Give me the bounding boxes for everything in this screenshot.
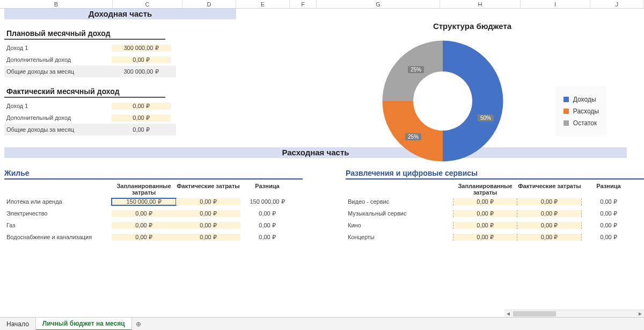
budget-structure-chart: Структура бюджета 50% 25% 25% ДоходыРасх… — [322, 21, 623, 177]
col-header-J[interactable]: J — [590, 0, 644, 8]
income-total-row: Общие доходы за месяц0,00 ₽ — [4, 124, 176, 135]
actual-cell[interactable]: 0,00 ₽ — [176, 198, 240, 205]
actual-cell[interactable]: 0,00 ₽ — [517, 222, 582, 229]
column-headers: BCDEFGHIJ — [0, 0, 644, 9]
col-diff: Разница — [582, 183, 635, 196]
chart-label-remainder: 25% — [408, 66, 424, 73]
col-actual: Фактические затраты — [176, 183, 240, 196]
col-planned: Запланированные затраты — [453, 183, 517, 196]
housing-title: Жилье — [4, 168, 303, 180]
row-label: Концерты — [346, 234, 453, 240]
income-value-cell[interactable]: 0,00 ₽ — [112, 114, 171, 121]
table-row: Ипотека или аренда150 000,00 ₽0,00 ₽150 … — [4, 196, 303, 207]
income-label: Доход 1 — [4, 45, 112, 51]
table-row: Газ0,00 ₽0,00 ₽0,00 ₽ — [4, 219, 303, 231]
planned-cell[interactable]: 150 000,00 ₽ — [112, 198, 176, 205]
col-actual: Фактические затраты — [517, 183, 582, 196]
table-row: Музыкальный сервис0,00 ₽0,00 ₽0,00 ₽ — [346, 207, 644, 219]
row-label: Музыкальный сервис — [346, 210, 453, 217]
legend-item: Расходы — [564, 107, 599, 115]
diff-cell: 0,00 ₽ — [240, 234, 294, 241]
entertainment-block: Развлечения и цифровые сервисы Запланиро… — [346, 168, 644, 243]
legend-label: Расходы — [573, 107, 599, 115]
actual-cell[interactable]: 0,00 ₽ — [517, 198, 582, 205]
scroll-right-icon[interactable]: ► — [636, 311, 644, 317]
planned-cell[interactable]: 0,00 ₽ — [112, 222, 176, 229]
income-row: Доход 10,00 ₽ — [4, 100, 176, 112]
diff-cell: 0,00 ₽ — [582, 222, 635, 229]
income-row: Доход 1300 000,00 ₽ — [4, 42, 176, 54]
income-total-label: Общие доходы за месяц — [4, 68, 112, 75]
diff-cell: 150 000,00 ₽ — [240, 198, 294, 205]
income-banner: Доходная часть — [4, 9, 236, 19]
income-total-row: Общие доходы за месяц300 000,00 ₽ — [4, 66, 176, 77]
horizontal-scrollbar[interactable]: ◄ ► — [504, 310, 644, 317]
row-label: Водоснабжение и канализация — [4, 234, 112, 240]
table-row: Концерты0,00 ₽0,00 ₽0,00 ₽ — [346, 231, 644, 243]
add-sheet-button[interactable]: ⊕ — [132, 320, 145, 328]
col-header-G[interactable]: G — [317, 0, 440, 8]
legend-swatch — [564, 120, 569, 126]
sheet-tab[interactable]: Личный бюджет на месяц — [36, 318, 132, 331]
diff-cell: 0,00 ₽ — [582, 210, 635, 217]
scroll-thumb[interactable] — [513, 311, 556, 317]
income-total-value: 300 000,00 ₽ — [112, 68, 171, 75]
actual-cell[interactable]: 0,00 ₽ — [517, 234, 582, 241]
income-value-cell[interactable]: 0,00 ₽ — [112, 56, 171, 63]
chart-title: Структура бюджета — [322, 21, 623, 31]
table-row: Кино0,00 ₽0,00 ₽0,00 ₽ — [346, 219, 644, 231]
income-total-value: 0,00 ₽ — [112, 126, 171, 133]
row-label: Видео - сервис — [346, 198, 453, 205]
planned-income-table: Доход 1300 000,00 ₽Дополнительный доход0… — [4, 42, 176, 77]
row-label: Ипотека или аренда — [4, 198, 112, 205]
actual-cell[interactable]: 0,00 ₽ — [176, 234, 240, 241]
planned-cell[interactable]: 0,00 ₽ — [453, 234, 517, 241]
col-header-F[interactable]: F — [290, 0, 317, 8]
diff-cell: 0,00 ₽ — [582, 198, 635, 205]
actual-income-title: Фактический месячный доход — [4, 85, 165, 98]
col-header-B[interactable]: B — [0, 0, 113, 8]
col-header-C[interactable]: C — [113, 0, 182, 8]
housing-header-row: Запланированные затраты Фактические затр… — [4, 183, 303, 196]
donut-chart-svg — [376, 34, 510, 168]
legend-item: Остаток — [564, 119, 599, 127]
col-header-H[interactable]: H — [440, 0, 521, 8]
sheet-tab[interactable]: Начало — [0, 318, 36, 330]
diff-cell: 0,00 ₽ — [240, 222, 294, 229]
legend-item: Доходы — [564, 96, 599, 103]
col-diff: Разница — [240, 183, 294, 196]
diff-cell: 0,00 ₽ — [240, 210, 294, 217]
income-total-label: Общие доходы за месяц — [4, 126, 112, 133]
table-row: Электричество0,00 ₽0,00 ₽0,00 ₽ — [4, 207, 303, 219]
planned-cell[interactable]: 0,00 ₽ — [112, 234, 176, 241]
income-value-cell[interactable]: 0,00 ₽ — [112, 103, 171, 110]
table-row: Водоснабжение и канализация0,00 ₽0,00 ₽0… — [4, 231, 303, 243]
planned-cell[interactable]: 0,00 ₽ — [453, 222, 517, 229]
row-label: Кино — [346, 222, 453, 228]
svg-point-0 — [413, 71, 472, 131]
sheet-tabs-bar: НачалоЛичный бюджет на месяц⊕ — [0, 317, 644, 330]
actual-cell[interactable]: 0,00 ₽ — [517, 210, 582, 217]
legend-label: Остаток — [573, 119, 597, 127]
diff-cell: 0,00 ₽ — [582, 234, 635, 241]
income-row: Дополнительный доход0,00 ₽ — [4, 112, 176, 124]
scroll-left-icon[interactable]: ◄ — [504, 311, 512, 317]
income-row: Дополнительный доход0,00 ₽ — [4, 54, 176, 66]
actual-cell[interactable]: 0,00 ₽ — [176, 222, 240, 229]
entertainment-header-row: Запланированные затраты Фактические затр… — [346, 183, 644, 196]
col-header-D[interactable]: D — [182, 0, 236, 8]
col-planned: Запланированные затраты — [112, 183, 176, 196]
planned-cell[interactable]: 0,00 ₽ — [112, 210, 176, 217]
col-header-E[interactable]: E — [236, 0, 290, 8]
legend-label: Доходы — [573, 96, 596, 103]
planned-cell[interactable]: 0,00 ₽ — [453, 210, 517, 217]
table-row: Видео - сервис0,00 ₽0,00 ₽0,00 ₽ — [346, 196, 644, 207]
income-value-cell[interactable]: 300 000,00 ₽ — [112, 45, 171, 52]
chart-legend: ДоходыРасходыОстаток — [556, 86, 606, 137]
col-header-I[interactable]: I — [521, 0, 590, 8]
row-label: Электричество — [4, 210, 112, 217]
actual-cell[interactable]: 0,00 ₽ — [176, 210, 240, 217]
income-label: Дополнительный доход — [4, 114, 112, 121]
planned-cell[interactable]: 0,00 ₽ — [453, 198, 517, 205]
planned-income-title: Плановый месячный доход — [4, 27, 165, 40]
